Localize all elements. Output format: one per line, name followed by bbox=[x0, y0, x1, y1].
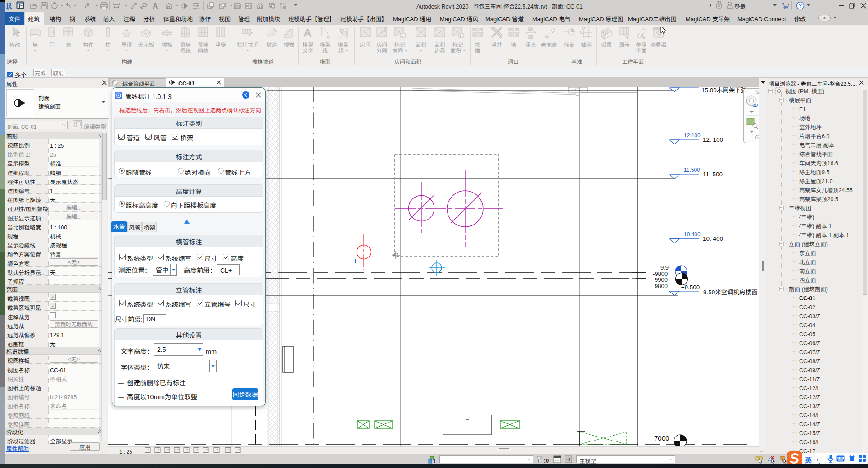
svg-text:{三维}: {三维} bbox=[799, 212, 814, 221]
svg-text:高架库女儿墙顶24.55: 高架库女儿墙顶24.55 bbox=[799, 185, 853, 194]
svg-text:7000: 7000 bbox=[654, 434, 669, 442]
svg-text:CC-13/Z: CC-13/Z bbox=[799, 401, 821, 410]
svg-text:9800: 9800 bbox=[655, 281, 668, 290]
svg-text:CC-16/L: CC-16/L bbox=[799, 437, 820, 446]
svg-text:CC-11/Z: CC-11/Z bbox=[799, 374, 820, 383]
svg-text:室外地坪: 室外地坪 bbox=[799, 122, 822, 131]
svg-text:CC-12/Z: CC-12/Z bbox=[799, 392, 821, 401]
svg-text:2D: 2D bbox=[753, 102, 758, 108]
svg-text:三维视图: 三维视图 bbox=[789, 203, 811, 212]
svg-text:高架库梁顶20.5: 高架库梁顶20.5 bbox=[799, 194, 838, 203]
svg-text:CC-12/L: CC-12/L bbox=[799, 383, 820, 392]
svg-text:10.400: 10.400 bbox=[684, 230, 701, 238]
svg-text:CC-01: CC-01 bbox=[799, 293, 815, 302]
svg-text:TAB: TAB bbox=[235, 4, 240, 9]
svg-text:剖面 (建筑剖面): 剖面 (建筑剖面) bbox=[789, 284, 828, 293]
svg-text:CC-14/Z: CC-14/Z bbox=[799, 419, 821, 428]
svg-text:楼层平面: 楼层平面 bbox=[789, 95, 811, 104]
svg-text:A: A bbox=[304, 26, 311, 40]
svg-text:1: 1 bbox=[459, 33, 461, 38]
svg-text:东立面: 东立面 bbox=[799, 248, 816, 257]
svg-text:场地: 场地 bbox=[799, 113, 811, 122]
svg-text:除尘地面9.5: 除尘地面9.5 bbox=[799, 167, 829, 176]
svg-text:CC-06/Z: CC-06/Z bbox=[799, 338, 821, 347]
svg-text:除尘屋面21.0: 除尘屋面21.0 bbox=[799, 176, 832, 185]
svg-text:9.50米空调机房楼面: 9.50米空调机房楼面 bbox=[703, 287, 758, 296]
svg-text:?: ? bbox=[799, 1, 802, 9]
svg-text:车间天沟顶16.6: 车间天沟顶16.6 bbox=[799, 158, 838, 167]
svg-text:1: 1 bbox=[144, 3, 146, 7]
svg-text:片烟平台6.0: 片烟平台6.0 bbox=[799, 131, 829, 140]
svg-text:立面 (建筑立面): 立面 (建筑立面) bbox=[789, 239, 828, 248]
svg-text:CC-09/Z: CC-09/Z bbox=[799, 365, 821, 374]
svg-text:12. 100: 12. 100 bbox=[703, 135, 723, 144]
svg-text:CC-15/Z: CC-15/Z bbox=[799, 428, 821, 437]
svg-text:10. 400: 10. 400 bbox=[703, 234, 723, 243]
svg-text:15.00木网架下弦: 15.00木网架下弦 bbox=[701, 87, 747, 94]
svg-text:CC-14/L: CC-14/L bbox=[799, 410, 820, 419]
svg-text:南立面: 南立面 bbox=[799, 266, 816, 275]
svg-text:11.500: 11.500 bbox=[684, 166, 700, 173]
svg-text:1: 1 bbox=[401, 33, 403, 38]
svg-text:北立面: 北立面 bbox=[799, 257, 816, 266]
svg-text:{三维} 副本 1 副本 1: {三维} 副本 1 副本 1 bbox=[799, 230, 849, 239]
svg-text:1: 1 bbox=[564, 26, 566, 30]
svg-text:综合管线平面: 综合管线平面 bbox=[799, 149, 833, 158]
svg-text:CC-04: CC-04 bbox=[799, 320, 815, 329]
svg-text:视图 (PM_模型): 视图 (PM_模型) bbox=[785, 87, 825, 95]
svg-text:CC-05: CC-05 bbox=[799, 329, 815, 338]
svg-text:CC-08/Z: CC-08/Z bbox=[799, 356, 821, 365]
svg-text:{三维} 副本 1: {三维} 副本 1 bbox=[799, 221, 832, 230]
svg-text:±9.500: ±9.500 bbox=[681, 282, 700, 291]
svg-text:西立面: 西立面 bbox=[799, 275, 816, 284]
svg-text:电气二层 副本: 电气二层 副本 bbox=[799, 140, 835, 149]
svg-text:F1: F1 bbox=[799, 104, 806, 113]
svg-text:CC-02: CC-02 bbox=[799, 302, 815, 311]
svg-text:CC-07/Z: CC-07/Z bbox=[799, 347, 821, 356]
svg-text:A: A bbox=[153, 2, 158, 10]
svg-text:12.100: 12.100 bbox=[684, 131, 701, 139]
svg-text:CC-03/Z: CC-03/Z bbox=[799, 311, 821, 320]
svg-text:11. 500: 11. 500 bbox=[703, 169, 723, 178]
